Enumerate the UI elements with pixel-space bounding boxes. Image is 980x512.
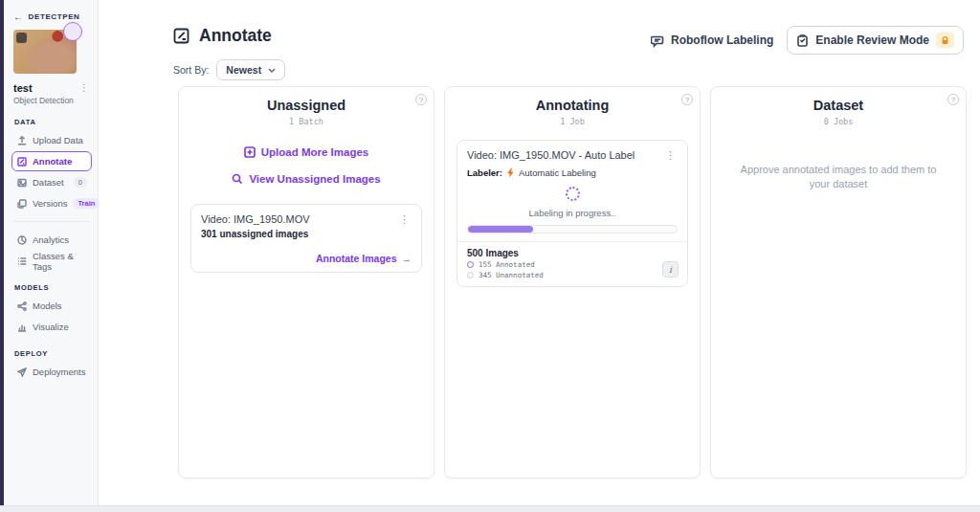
column-count: 0 Jobs	[711, 117, 966, 126]
enable-review-mode-button[interactable]: Enable Review Mode	[787, 26, 964, 55]
upload-icon	[16, 135, 27, 145]
labeler-label: Labeler:	[467, 167, 502, 178]
lock-icon	[936, 33, 954, 48]
upload-more-images-link[interactable]: Upload More Images	[179, 146, 434, 158]
dataset-count-badge: 0	[74, 177, 87, 188]
labeler-value: Automatic Labeling	[519, 167, 596, 178]
column-title: Annotating	[445, 98, 700, 113]
analytics-icon	[16, 234, 27, 245]
annotated-count: 155 Annotated	[479, 260, 535, 269]
total-images: 500 Images	[467, 248, 678, 258]
progress-fill	[468, 226, 533, 233]
unannotated-dot-icon	[467, 272, 474, 278]
search-icon	[232, 173, 243, 185]
sidebar-item-dataset[interactable]: Dataset 0	[11, 172, 92, 192]
clipboard-icon	[796, 34, 809, 47]
lightning-icon	[506, 167, 515, 178]
sidebar-item-models[interactable]: Models	[11, 296, 92, 316]
sidebar-item-deployments[interactable]: Deployments	[11, 362, 92, 382]
labeling-status: Labeling in progress..	[467, 208, 678, 218]
project-thumbnail[interactable]	[13, 30, 77, 74]
chevron-down-icon	[268, 68, 276, 73]
view-unassigned-images-link[interactable]: View Unassigned Images	[179, 173, 434, 185]
sidebar-item-visualize[interactable]: Visualize	[11, 317, 92, 337]
project-menu-icon[interactable]: ⋮	[77, 82, 92, 93]
sidebar: ← DETECTPEN test ⋮ Object Detection DATA…	[0, 0, 99, 505]
annotating-job-card[interactable]: Video: IMG_1950.MOV - Auto Label ⋮ Label…	[457, 140, 688, 287]
column-title: Unassigned	[179, 98, 434, 113]
section-models: MODELS	[14, 283, 92, 292]
section-deploy: DEPLOY	[14, 349, 92, 358]
labeling-chat-icon	[651, 33, 665, 48]
annotate-title-icon	[172, 27, 190, 45]
progress-bar	[467, 225, 678, 234]
dataset-icon	[16, 177, 27, 188]
versions-icon	[16, 198, 27, 209]
project-name: test	[13, 82, 33, 94]
plus-square-icon	[244, 146, 256, 158]
sidebar-item-classes-tags[interactable]: Classes & Tags	[11, 251, 92, 271]
section-data: DATA	[14, 118, 92, 126]
project-type: Object Detection	[11, 96, 92, 105]
batch-subtitle: 301 unassigned images	[201, 229, 412, 239]
help-icon[interactable]: ?	[681, 94, 693, 105]
annotate-icon	[16, 156, 27, 167]
sort-by-label: Sort By:	[173, 64, 209, 76]
column-count: 1 Job	[445, 117, 700, 126]
thumbnail-badge-icon	[16, 33, 27, 43]
horizontal-scrollbar[interactable]	[0, 505, 980, 512]
loading-spinner-icon	[566, 187, 580, 201]
models-icon	[16, 301, 27, 311]
deployments-icon	[16, 367, 27, 377]
sort-dropdown[interactable]: Newest	[216, 59, 285, 80]
sidebar-item-versions[interactable]: Versions Train	[11, 193, 92, 213]
info-button[interactable]: i	[662, 261, 679, 278]
column-count: 1 Batch	[179, 117, 434, 126]
job-title: Video: IMG_1950.MOV - Auto Label	[467, 149, 635, 161]
unassigned-batch-card[interactable]: Video: IMG_1950.MOV ⋮ 301 unassigned ima…	[190, 204, 422, 273]
sidebar-item-annotate[interactable]: Annotate	[11, 151, 92, 171]
batch-menu-icon[interactable]: ⋮	[397, 213, 412, 226]
annotated-dot-icon	[467, 261, 474, 268]
column-unassigned: ? Unassigned 1 Batch Upload More Images …	[178, 86, 434, 479]
workspace-name: DETECTPEN	[29, 12, 80, 21]
back-arrow-icon: ←	[13, 11, 24, 22]
main-content: Annotate Roboflow Labeling Enable Review…	[99, 0, 980, 505]
column-annotating: ? Annotating 1 Job Video: IMG_1950.MOV -…	[444, 86, 701, 479]
batch-title: Video: IMG_1950.MOV	[201, 213, 310, 225]
roboflow-labeling-button[interactable]: Roboflow Labeling	[651, 33, 773, 48]
column-dataset: ? Dataset 0 Jobs Approve annotated image…	[710, 86, 967, 479]
sidebar-divider	[13, 221, 90, 222]
sidebar-item-analytics[interactable]: Analytics	[11, 230, 92, 250]
avatar[interactable]	[63, 22, 82, 41]
classes-tags-icon	[16, 256, 27, 266]
help-icon[interactable]: ?	[947, 94, 959, 105]
job-menu-icon[interactable]: ⋮	[663, 149, 678, 162]
dataset-empty-text: Approve annotated images to add them to …	[730, 163, 947, 192]
column-title: Dataset	[711, 98, 966, 113]
unannotated-count: 345 Unannotated	[479, 271, 544, 279]
annotate-images-link[interactable]: Annotate Images →	[201, 253, 412, 264]
arrow-right-icon: →	[402, 253, 412, 264]
page-title: Annotate	[199, 26, 272, 46]
train-badge: Train	[73, 198, 100, 209]
workspace-back-link[interactable]: ← DETECTPEN	[13, 11, 92, 22]
visualize-icon	[16, 322, 27, 332]
card-divider	[457, 241, 687, 242]
help-icon[interactable]: ?	[415, 94, 427, 105]
sidebar-item-upload-data[interactable]: Upload Data	[11, 130, 92, 150]
